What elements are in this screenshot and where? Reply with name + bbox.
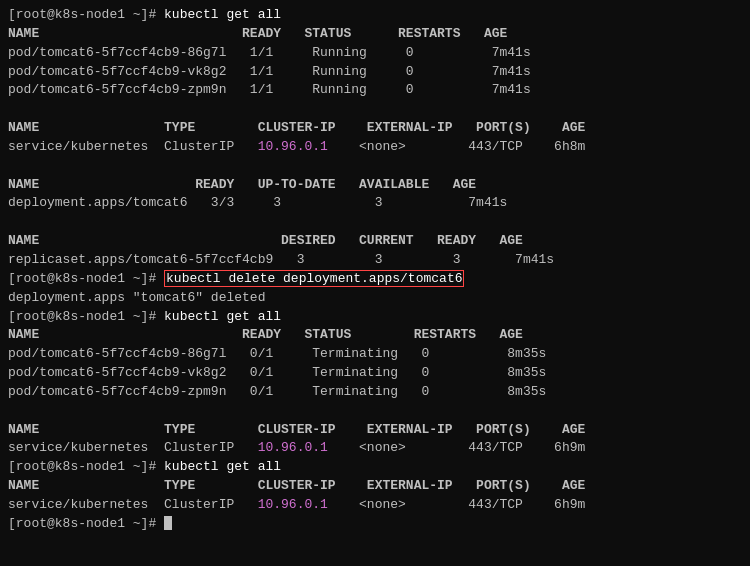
terminal-line — [8, 213, 742, 232]
terminal-line: pod/tomcat6-5f7ccf4cb9-86g7l 1/1 Running… — [8, 44, 742, 63]
table-cell: <none> 443/TCP 6h8m — [328, 139, 585, 154]
command: kubectl get all — [164, 309, 281, 324]
terminal-line: NAME TYPE CLUSTER-IP EXTERNAL-IP PORT(S)… — [8, 421, 742, 440]
prompt: [root@k8s-node1 ~]# — [8, 309, 164, 324]
table-header: NAME READY STATUS RESTARTS AGE — [8, 26, 507, 41]
table-header: NAME DESIRED CURRENT READY AGE — [8, 233, 523, 248]
prompt: [root@k8s-node1 ~]# — [8, 516, 164, 531]
terminal-line: NAME TYPE CLUSTER-IP EXTERNAL-IP PORT(S)… — [8, 119, 742, 138]
terminal-line: NAME READY STATUS RESTARTS AGE — [8, 25, 742, 44]
table-cell: <none> 443/TCP 6h9m — [328, 440, 585, 455]
table-header: NAME READY UP-TO-DATE AVAILABLE AGE — [8, 177, 476, 192]
table-header: NAME TYPE CLUSTER-IP EXTERNAL-IP PORT(S)… — [8, 120, 585, 135]
terminal-line: [root@k8s-node1 ~]# — [8, 515, 742, 534]
terminal-line: [root@k8s-node1 ~]# kubectl get all — [8, 458, 742, 477]
terminal-line: service/kubernetes ClusterIP 10.96.0.1 <… — [8, 439, 742, 458]
ip-address: 10.96.0.1 — [258, 497, 328, 512]
table-header: NAME TYPE CLUSTER-IP EXTERNAL-IP PORT(S)… — [8, 422, 585, 437]
terminal-line: pod/tomcat6-5f7ccf4cb9-zpm9n 0/1 Termina… — [8, 383, 742, 402]
table-row: deployment.apps/tomcat6 3/3 3 3 7m41s — [8, 195, 507, 210]
table-row: pod/tomcat6-5f7ccf4cb9-vk8g2 0/1 Termina… — [8, 365, 546, 380]
prompt: [root@k8s-node1 ~]# — [8, 459, 164, 474]
command: kubectl get all — [164, 7, 281, 22]
table-row: deployment.apps "tomcat6" deleted — [8, 290, 265, 305]
table-cell: <none> 443/TCP 6h9m — [328, 497, 585, 512]
cursor — [164, 516, 172, 530]
terminal-line: service/kubernetes ClusterIP 10.96.0.1 <… — [8, 138, 742, 157]
prompt: [root@k8s-node1 ~]# — [8, 271, 164, 286]
table-header: NAME READY STATUS RESTARTS AGE — [8, 327, 523, 342]
table-cell: service/kubernetes ClusterIP — [8, 497, 258, 512]
table-row: pod/tomcat6-5f7ccf4cb9-86g7l 0/1 Termina… — [8, 346, 546, 361]
terminal-line: NAME DESIRED CURRENT READY AGE — [8, 232, 742, 251]
terminal-line — [8, 100, 742, 119]
ip-address: 10.96.0.1 — [258, 440, 328, 455]
table-row: pod/tomcat6-5f7ccf4cb9-zpm9n 1/1 Running… — [8, 82, 531, 97]
terminal-line: NAME READY UP-TO-DATE AVAILABLE AGE — [8, 176, 742, 195]
table-header: NAME TYPE CLUSTER-IP EXTERNAL-IP PORT(S)… — [8, 478, 585, 493]
terminal: [root@k8s-node1 ~]# kubectl get allNAME … — [0, 0, 750, 566]
prompt: [root@k8s-node1 ~]# — [8, 7, 164, 22]
terminal-line: service/kubernetes ClusterIP 10.96.0.1 <… — [8, 496, 742, 515]
terminal-line: deployment.apps/tomcat6 3/3 3 3 7m41s — [8, 194, 742, 213]
terminal-line: pod/tomcat6-5f7ccf4cb9-86g7l 0/1 Termina… — [8, 345, 742, 364]
highlighted-command: kubectl delete deployment.apps/tomcat6 — [164, 270, 464, 287]
table-row: replicaset.apps/tomcat6-5f7ccf4cb9 3 3 3… — [8, 252, 554, 267]
table-row: pod/tomcat6-5f7ccf4cb9-vk8g2 1/1 Running… — [8, 64, 531, 79]
terminal-line — [8, 402, 742, 421]
terminal-line: NAME READY STATUS RESTARTS AGE — [8, 326, 742, 345]
terminal-line: deployment.apps "tomcat6" deleted — [8, 289, 742, 308]
table-cell: service/kubernetes ClusterIP — [8, 440, 258, 455]
terminal-line: pod/tomcat6-5f7ccf4cb9-vk8g2 1/1 Running… — [8, 63, 742, 82]
table-row: pod/tomcat6-5f7ccf4cb9-86g7l 1/1 Running… — [8, 45, 531, 60]
table-row: pod/tomcat6-5f7ccf4cb9-zpm9n 0/1 Termina… — [8, 384, 546, 399]
terminal-line: replicaset.apps/tomcat6-5f7ccf4cb9 3 3 3… — [8, 251, 742, 270]
ip-address: 10.96.0.1 — [258, 139, 328, 154]
command: kubectl get all — [164, 459, 281, 474]
terminal-line: pod/tomcat6-5f7ccf4cb9-zpm9n 1/1 Running… — [8, 81, 742, 100]
table-cell: service/kubernetes ClusterIP — [8, 139, 258, 154]
terminal-line: [root@k8s-node1 ~]# kubectl get all — [8, 308, 742, 327]
terminal-line: pod/tomcat6-5f7ccf4cb9-vk8g2 0/1 Termina… — [8, 364, 742, 383]
terminal-line: NAME TYPE CLUSTER-IP EXTERNAL-IP PORT(S)… — [8, 477, 742, 496]
terminal-line: [root@k8s-node1 ~]# kubectl get all — [8, 6, 742, 25]
terminal-line — [8, 157, 742, 176]
terminal-line: [root@k8s-node1 ~]# kubectl delete deplo… — [8, 270, 742, 289]
